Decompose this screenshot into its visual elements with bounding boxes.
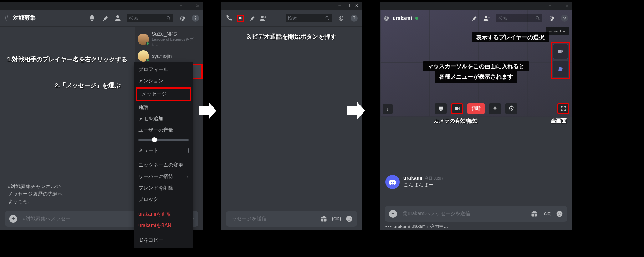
ctx-call[interactable]: 通話 <box>134 102 193 113</box>
pin-icon[interactable] <box>248 15 255 22</box>
fullscreen-button[interactable] <box>557 103 569 114</box>
ctx-remove-friend[interactable]: フレンドを削除 <box>134 182 193 194</box>
svg-rect-14 <box>455 107 458 110</box>
msg-time: 今日 00:07 <box>425 176 444 181</box>
avatar[interactable] <box>385 175 400 189</box>
channel-name: 対戦募集 <box>13 14 36 22</box>
members-icon[interactable] <box>114 15 121 22</box>
min-icon[interactable]: − <box>337 3 342 8</box>
help-icon[interactable]: ? <box>192 15 199 22</box>
ctx-block[interactable]: ブロック <box>134 194 193 205</box>
svg-rect-4 <box>239 17 241 19</box>
svg-point-6 <box>326 16 328 19</box>
instruction-1: 1.対戦相手のプレイヤー名を右クリックする <box>7 55 128 64</box>
ctx-nickname[interactable]: ニックネームの変更 <box>134 160 193 171</box>
ctx-message[interactable]: メッセージ <box>136 87 191 101</box>
annotation-hover-2: 各種メニューが表示されます <box>435 71 517 83</box>
svg-point-16 <box>511 108 512 110</box>
pin-icon[interactable] <box>470 15 477 22</box>
titlebar: − ☐ ✕ <box>221 2 362 10</box>
mention-icon[interactable]: @ <box>338 15 345 22</box>
dm-header: 検索 @ ? <box>221 10 362 27</box>
label-camera: カメラの有効/無効 <box>434 117 478 124</box>
ctx-copy-id[interactable]: IDをコピー <box>134 235 193 246</box>
gift-icon[interactable] <box>320 215 327 222</box>
max-icon[interactable]: ☐ <box>556 3 561 8</box>
region-chip[interactable]: Japan⌄ <box>546 27 569 35</box>
disconnect-button[interactable]: 切断 <box>467 103 485 114</box>
screen-share-button[interactable] <box>435 103 447 114</box>
online-dot <box>415 17 418 20</box>
attach-button[interactable]: + <box>9 215 17 223</box>
add-friend-icon[interactable] <box>260 15 267 22</box>
search-input[interactable]: 検索 <box>496 14 542 22</box>
bell-icon[interactable] <box>88 15 96 22</box>
ctx-note[interactable]: メモを追加 <box>134 113 193 125</box>
message-input[interactable]: @urakamiへメッセージを送信 <box>401 211 526 217</box>
channel-header: # 対戦募集 検索 @ ? <box>0 10 203 27</box>
typing-indicator: •••urakamiurakamiが入力中… <box>385 223 448 230</box>
min-icon[interactable]: − <box>178 3 183 8</box>
msg-author[interactable]: urakami <box>403 175 423 181</box>
settings-button[interactable] <box>505 103 517 114</box>
member-item[interactable]: syamojin <box>135 49 203 63</box>
msg-body: こんばんはー <box>403 182 443 188</box>
video-call-area: @ urakami 検索 @ ? Japan⌄ 表示するプレイヤーの選択 マウス… <box>380 10 572 117</box>
close-icon[interactable]: ✕ <box>195 3 200 8</box>
svg-point-0 <box>167 16 169 19</box>
max-icon[interactable]: ☐ <box>187 3 192 8</box>
svg-point-19 <box>560 213 561 214</box>
svg-rect-15 <box>494 106 496 109</box>
emoji-icon[interactable] <box>346 215 353 222</box>
min-icon[interactable]: − <box>547 3 552 8</box>
mention-icon[interactable]: @ <box>548 15 555 22</box>
participant-thumb[interactable] <box>553 44 568 59</box>
ctx-mention[interactable]: メンション <box>134 75 193 87</box>
annotation-hover-1: マウスカーソルをこの画面に入れると <box>423 61 529 71</box>
svg-rect-12 <box>558 50 561 53</box>
gift-icon[interactable] <box>531 210 538 217</box>
message-input[interactable]: ッセージを送信 <box>230 216 316 222</box>
mic-button[interactable] <box>489 103 501 114</box>
attach-button[interactable]: + <box>389 210 397 218</box>
call-icon[interactable] <box>225 15 232 22</box>
max-icon[interactable]: ☐ <box>346 3 351 8</box>
svg-point-17 <box>557 211 563 217</box>
dm-username: urakami <box>393 15 412 21</box>
user-context-menu: プロフィール メンション メッセージ 通話 メモを追加 ユーザーの音量 ミュート… <box>134 62 193 248</box>
svg-rect-13 <box>439 107 443 110</box>
close-icon[interactable]: ✕ <box>354 3 359 8</box>
pin-icon[interactable] <box>101 15 108 22</box>
video-call-icon[interactable] <box>237 15 244 22</box>
mention-icon[interactable]: @ <box>179 15 186 22</box>
svg-point-7 <box>346 216 352 222</box>
gif-button[interactable]: GIF <box>332 217 341 221</box>
ctx-kick[interactable]: urakamiを追放 <box>134 208 193 220</box>
message-input-bar: + @urakamiへメッセージを送信 GIF <box>385 206 567 222</box>
channel-welcome: #対戦募集チャンネルのメッセージ履歴の先頭へようこそ。 <box>8 183 63 205</box>
svg-point-9 <box>350 218 351 219</box>
gif-button[interactable]: GIF <box>543 212 551 216</box>
instruction-2: 2.「メッセージ」を選ぶ <box>7 81 128 90</box>
camera-toggle-button[interactable] <box>451 103 463 114</box>
emoji-icon[interactable] <box>556 210 563 217</box>
help-icon[interactable]: ? <box>351 15 358 22</box>
hash-icon: # <box>4 14 9 23</box>
ctx-ban[interactable]: urakamiをBAN <box>134 220 193 231</box>
help-icon[interactable]: ? <box>561 15 568 22</box>
ctx-profile[interactable]: プロフィール <box>134 64 193 75</box>
add-friend-icon[interactable] <box>483 15 490 22</box>
search-input[interactable]: 検索 <box>286 14 332 22</box>
titlebar: − ☐ ✕ <box>380 2 572 10</box>
ctx-mute[interactable]: ミュート <box>134 145 193 156</box>
svg-point-8 <box>348 218 349 219</box>
member-item[interactable]: SuZu_NPSLeague of Legendsをプレ… <box>135 30 203 49</box>
svg-point-11 <box>536 16 538 19</box>
message-input-bar: ッセージを送信 GIF <box>226 211 357 227</box>
close-icon[interactable]: ✕ <box>564 3 569 8</box>
search-input[interactable]: 検索 <box>127 14 173 22</box>
volume-slider[interactable] <box>138 139 189 141</box>
ctx-invite[interactable]: サーバーに招待› <box>134 171 193 182</box>
svg-point-5 <box>261 16 264 18</box>
titlebar: − ☐ ✕ <box>0 2 203 10</box>
